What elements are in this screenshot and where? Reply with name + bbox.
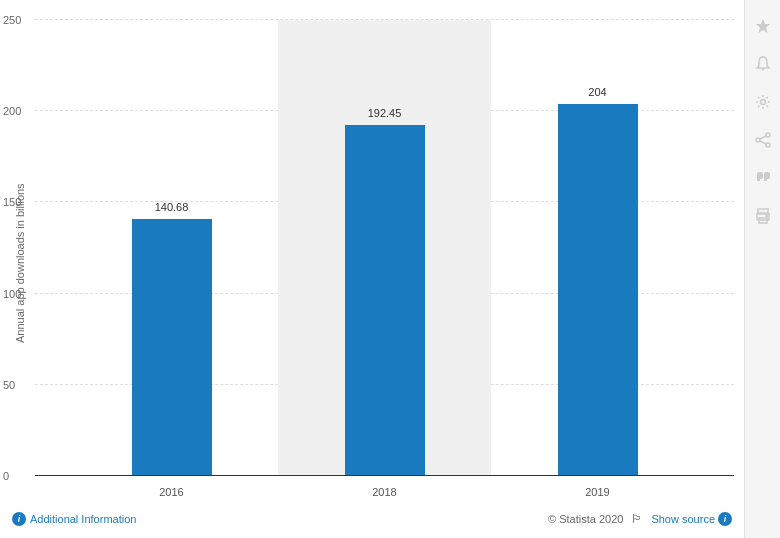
x-axis-labels: 2016 2018 2019 xyxy=(35,486,734,498)
bar-2018: 192.45 xyxy=(345,125,425,476)
main-content: Annual app downloads in billions 250 200… xyxy=(0,0,744,538)
footer-right: © Statista 2020 🏳 Show source i xyxy=(548,512,732,526)
info-icon: i xyxy=(12,512,26,526)
bar-value-2018: 192.45 xyxy=(368,107,402,119)
grid-label-150: 150 xyxy=(3,196,21,208)
svg-point-6 xyxy=(766,143,770,147)
bar-group-2019: 204 xyxy=(491,20,704,476)
print-icon[interactable] xyxy=(753,206,773,226)
bar-2019: 204 xyxy=(558,104,638,476)
x-label-2018: 2018 xyxy=(278,486,491,498)
show-source-label: Show source xyxy=(651,513,715,525)
svg-line-7 xyxy=(760,136,766,139)
svg-point-12 xyxy=(766,215,768,217)
flag-icon: 🏳 xyxy=(631,512,643,526)
bell-icon[interactable] xyxy=(753,54,773,74)
bar-group-2016: 140.68 xyxy=(65,20,278,476)
chart-inner: 250 200 150 100 50 xyxy=(35,20,734,506)
bars-container: 140.68 192.45 204 xyxy=(35,20,734,476)
copyright-text: © Statista 2020 xyxy=(548,513,623,525)
gear-icon[interactable] xyxy=(753,92,773,112)
svg-point-5 xyxy=(756,138,760,142)
grid-label-100: 100 xyxy=(3,288,21,300)
bar-group-2018: 192.45 xyxy=(278,20,491,476)
bar-value-2016: 140.68 xyxy=(155,201,189,213)
bar-value-2019: 204 xyxy=(588,86,606,98)
svg-point-4 xyxy=(766,133,770,137)
svg-point-3 xyxy=(760,100,765,105)
svg-marker-0 xyxy=(756,19,770,33)
additional-info-label: Additional Information xyxy=(30,513,136,525)
additional-info-link[interactable]: i Additional Information xyxy=(12,512,136,526)
star-icon[interactable] xyxy=(753,16,773,36)
grid-label-200: 200 xyxy=(3,105,21,117)
x-label-2016: 2016 xyxy=(65,486,278,498)
show-source-link[interactable]: Show source i xyxy=(651,512,732,526)
bar-2016: 140.68 xyxy=(132,219,212,476)
chart-area: Annual app downloads in billions 250 200… xyxy=(10,20,734,506)
grid-and-bars: 250 200 150 100 50 xyxy=(35,20,734,506)
x-label-2019: 2019 xyxy=(491,486,704,498)
grid-label-0: 0 xyxy=(3,470,9,482)
grid-label-50: 50 xyxy=(3,379,15,391)
svg-line-8 xyxy=(760,141,766,144)
footer: i Additional Information © Statista 2020… xyxy=(10,506,734,528)
baseline xyxy=(35,475,734,476)
y-axis-label: Annual app downloads in billions xyxy=(10,20,30,506)
grid-label-250: 250 xyxy=(3,14,21,26)
quote-icon[interactable] xyxy=(753,168,773,188)
share-icon[interactable] xyxy=(753,130,773,150)
show-source-info-icon: i xyxy=(718,512,732,526)
sidebar xyxy=(744,0,780,538)
